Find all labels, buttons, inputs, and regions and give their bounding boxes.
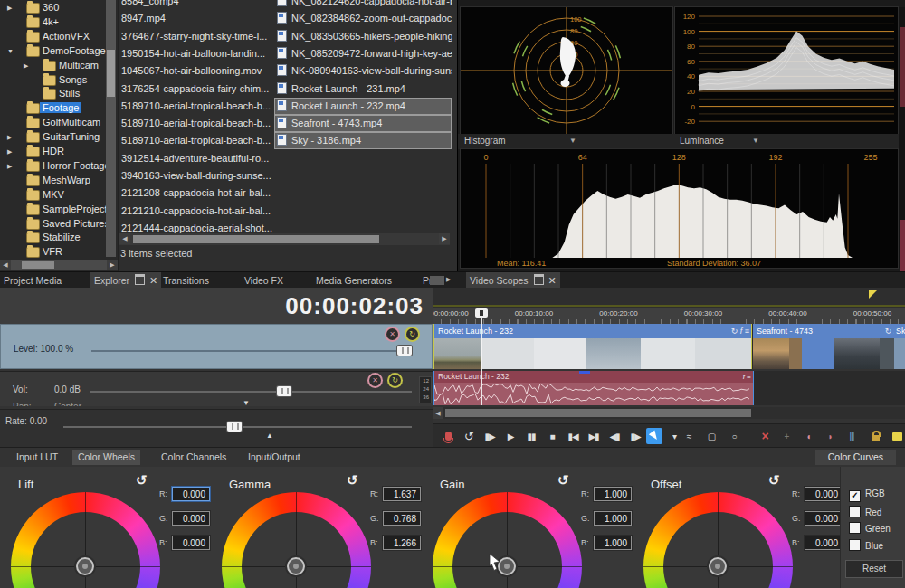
file-item[interactable]: 3764677-starry-night-sky-time-l... — [121, 28, 273, 45]
selection-tool-icon[interactable]: ▢ — [703, 428, 719, 444]
file-item[interactable]: NK_082384862-zoom-out-cappadocia-... — [274, 10, 452, 27]
tab-color-wheels[interactable]: Color Wheels — [72, 450, 140, 465]
wheel-handle[interactable] — [709, 557, 727, 575]
scroll-right-icon[interactable]: ▶ — [439, 233, 450, 244]
channel-value-field[interactable]: 0.000 — [805, 536, 843, 550]
file-item[interactable]: 5189710-aerial-tropical-beach-b... — [121, 132, 273, 149]
file-item[interactable]: 2121208-cappadocia-hot-air-bal... — [121, 185, 273, 202]
file-item[interactable]: 1045067-hot-air-ballooning.mov — [121, 62, 273, 80]
edit-tool-icon[interactable] — [646, 428, 662, 444]
expander-right-icon[interactable]: ▶ — [7, 134, 12, 141]
tree-item-footage[interactable]: Footage — [0, 101, 118, 116]
timeline-horizontal-scrollbar[interactable]: ◀ — [433, 407, 905, 419]
vol-slider-handle[interactable] — [277, 386, 291, 396]
vol-slider[interactable] — [90, 391, 412, 393]
tree-item-meshwarp[interactable]: MeshWarp — [0, 174, 118, 188]
file-item[interactable]: 3176254-cappadocia-fairy-chim... — [121, 81, 273, 98]
file-item[interactable]: Rocket Launch - 231.mp4 — [274, 81, 452, 98]
channel-toggle-rgb[interactable]: ✓RGB — [849, 488, 885, 500]
file-list[interactable]: 8584_comp48947.mp43764677-starry-night-s… — [118, 0, 458, 271]
channel-value-field[interactable]: 0.000 — [805, 487, 843, 501]
expander-right-icon[interactable]: ▶ — [24, 62, 28, 70]
time-ruler[interactable]: 00:00:00:0000:00:10:0000:00:20:0000:00:3… — [433, 308, 905, 325]
color-wheel-offset[interactable] — [643, 492, 793, 588]
chevron-down-icon[interactable]: ▼ — [752, 137, 759, 145]
file-item[interactable]: 2121210-cappadocia-hot-air-bal... — [121, 203, 273, 220]
video-event[interactable]: Seafront - 4743 ↻ f ≡ — [753, 324, 905, 369]
tree-item-4k-[interactable]: 4k+ — [0, 15, 118, 30]
file-item[interactable]: 8947.mp4 — [121, 10, 273, 27]
chevron-down-icon[interactable]: ▼ — [569, 137, 576, 145]
lock-icon[interactable] — [867, 428, 883, 444]
expander-down-icon[interactable]: ▼ — [7, 48, 14, 54]
checkbox-unchecked-icon[interactable] — [849, 522, 861, 534]
channel-value-field[interactable]: 1.000 — [594, 511, 632, 526]
histogram-select[interactable]: Histogram — [464, 136, 506, 146]
file-item[interactable]: Rocket Launch - 232.mp4 — [274, 98, 452, 115]
event-fade-right-icon[interactable]: ◗ — [822, 428, 838, 444]
event-fx-icon[interactable]: f — [743, 373, 745, 381]
tab-color-channels[interactable]: Color Channels — [156, 450, 232, 465]
tree-item-360[interactable]: ▶360 — [0, 1, 118, 15]
reset-icon[interactable]: ↺ — [768, 472, 780, 488]
reset-button[interactable]: Reset — [845, 560, 903, 578]
channel-toggle-green[interactable]: Green — [849, 522, 891, 534]
wheel-handle[interactable] — [76, 557, 94, 575]
checkbox-checked-icon[interactable]: ✓ — [849, 490, 861, 502]
play-from-start-icon[interactable]: ▮▶ — [481, 428, 498, 444]
file-item[interactable]: 5189710-aerial-tropical-beach-b... — [121, 115, 273, 132]
track-fx-icon[interactable]: ↻ — [406, 328, 418, 340]
tab-scroll-right-icon[interactable]: ▶ — [446, 276, 451, 283]
close-icon[interactable]: ✕ — [149, 275, 157, 286]
close-icon[interactable]: ✕ — [548, 275, 557, 286]
mixer-icon[interactable]: ||| — [843, 428, 860, 444]
pause-icon[interactable]: ▮▮ — [523, 428, 539, 444]
tab-video-scopes[interactable]: Video Scopes✕ — [466, 272, 560, 289]
reset-icon[interactable]: ↺ — [347, 472, 358, 488]
video-track-header[interactable]: Level: 100.0 % ✕ ↻ — [0, 324, 433, 369]
folder-tree[interactable]: ▶3604k+ActionVFX▼DemoFootage▶MulticamSon… — [0, 0, 118, 271]
file-item[interactable]: Sky - 3186.mp4 — [274, 132, 452, 149]
tab-media-generators[interactable]: Media Generators — [316, 272, 392, 289]
tree-item-hdr[interactable]: ▶HDR — [0, 145, 118, 159]
track-motion-icon[interactable]: ✕ — [369, 375, 381, 386]
channel-toggle-red[interactable]: Red — [849, 506, 881, 517]
color-wheel-gain[interactable] — [433, 492, 582, 588]
tab-video-fx[interactable]: Video FX — [244, 272, 283, 289]
tree-item-vfr[interactable]: VFR — [0, 245, 118, 260]
selected-take-region[interactable] — [802, 338, 834, 369]
channel-value-field[interactable]: 1.000 — [594, 487, 632, 501]
color-wheel-gamma[interactable] — [222, 492, 371, 588]
previous-frame-icon[interactable]: ◀▮ — [606, 428, 623, 444]
file-item[interactable]: 3912514-adventure-beautiful-ro... — [121, 150, 273, 167]
loop-playback-icon[interactable]: ↺ — [461, 428, 477, 444]
tree-vertical-scrollbar[interactable] — [106, 0, 116, 257]
record-icon[interactable] — [440, 428, 456, 444]
tree-item-saved-pictures[interactable]: Saved Pictures — [0, 217, 118, 232]
scroll-left-icon[interactable]: ◀ — [0, 260, 11, 270]
channel-value-field[interactable]: 1.637 — [383, 487, 421, 501]
tree-item-mkv[interactable]: MKV — [0, 188, 118, 203]
go-to-start-icon[interactable]: ▮◀ — [565, 428, 581, 444]
reset-icon[interactable]: ↺ — [557, 472, 569, 488]
auto-ripple-icon[interactable]: + — [778, 428, 795, 444]
tree-horizontal-scrollbar[interactable]: ◀ ▶ — [0, 260, 118, 270]
file-item[interactable]: 8584_comp4 — [121, 0, 273, 10]
checkbox-unchecked-icon[interactable] — [849, 506, 861, 517]
tab-transitions[interactable]: Transitions — [163, 272, 209, 289]
video-event[interactable]: Sky - — [894, 324, 905, 369]
marker-icon[interactable] — [889, 428, 905, 444]
stop-icon[interactable]: ■ — [544, 428, 560, 444]
channel-value-field[interactable]: 0.000 — [172, 536, 210, 550]
hamburger-icon[interactable]: ≡ — [747, 373, 751, 381]
tree-item-demofootage[interactable]: ▼DemoFootage — [0, 44, 118, 59]
window-icon[interactable] — [135, 274, 145, 285]
playhead-marker[interactable] — [475, 308, 488, 318]
window-icon[interactable] — [534, 274, 544, 285]
channel-value-field[interactable]: 1.266 — [383, 536, 421, 550]
zoom-tool-icon[interactable]: ○ — [726, 428, 742, 444]
marker-flag-icon[interactable] — [869, 290, 877, 299]
rate-slider-handle[interactable] — [227, 422, 242, 432]
file-item[interactable]: NK_083503665-hikers-people-hiking-h... — [274, 28, 452, 45]
tree-item-multicam[interactable]: ▶Multicam — [0, 59, 118, 73]
